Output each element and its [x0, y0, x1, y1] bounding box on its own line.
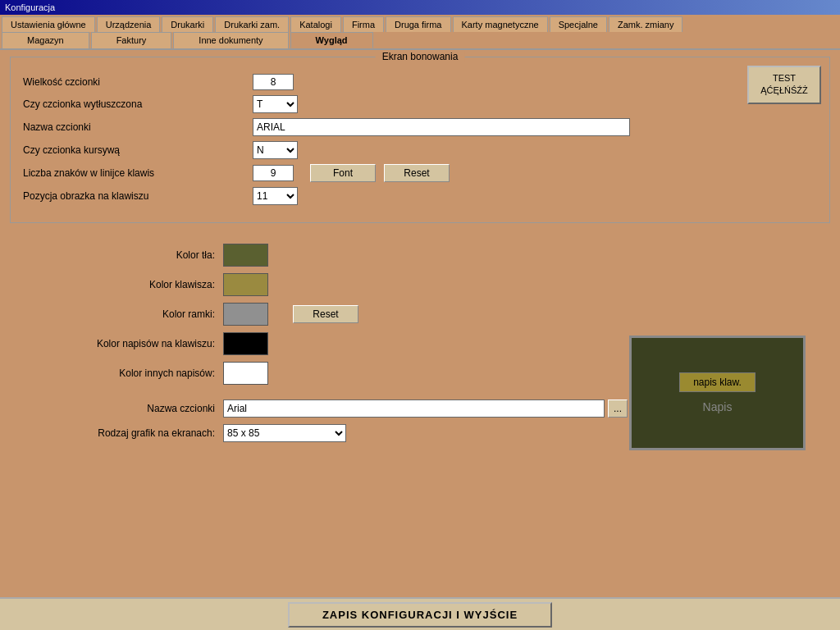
ekran-bonowania-section: Ekran bonowania TEST ĄĆĘŁŃŚŹŻ Wielkość c…	[10, 57, 830, 223]
tab-druga-firma[interactable]: Druga firma	[386, 16, 450, 32]
nazwa-czcionki-row: Nazwa czcionki	[23, 118, 817, 136]
tab-karty[interactable]: Karty magnetyczne	[453, 16, 548, 32]
tab-wyglad[interactable]: Wygląd	[290, 32, 373, 48]
wytluszczona-label: Czy czcionka wytłuszczona	[23, 98, 253, 110]
section-title: Ekran bonowania	[376, 51, 465, 62]
kolor-klawisza-label: Kolor klawisza:	[10, 279, 223, 290]
kolor-innych-swatch[interactable]	[223, 362, 268, 385]
kolor-klawisza-swatch[interactable]	[223, 273, 268, 296]
tab-inne[interactable]: Inne dokumenty	[173, 32, 288, 48]
tabs-row2: Magazyn Faktury Inne dokumenty Wygląd	[0, 32, 840, 50]
kursywa-select[interactable]: N T	[253, 141, 298, 159]
reset-button[interactable]: Reset	[384, 164, 450, 182]
tab-magazyn[interactable]: Magazyn	[2, 32, 89, 48]
kolor-napisow-swatch[interactable]	[223, 332, 268, 355]
tab-firma[interactable]: Firma	[343, 16, 384, 32]
save-exit-button[interactable]: ZAPIS KONFIGURACJI I WYJŚCIE	[288, 602, 552, 628]
pozycja-label: Pozycja obrazka na klawiszu	[23, 190, 253, 202]
reset-colors-button[interactable]: Reset	[293, 305, 358, 323]
kolor-napisow-label: Kolor napisów na klawiszu:	[10, 338, 223, 349]
wielkosc-czcionki-row: Wielkość czcionki	[23, 74, 817, 90]
kolor-tla-row: Kolor tła:	[10, 244, 830, 267]
kolor-innych-label: Kolor innych napisów:	[10, 368, 223, 379]
tab-urzadzenia[interactable]: Urządzenia	[97, 16, 161, 32]
preview-area: napis klaw. Napis	[629, 336, 806, 450]
kolor-ramki-label: Kolor ramki:	[10, 308, 223, 320]
preview-text: Napis	[703, 400, 733, 413]
tab-zamk[interactable]: Zamk. zmiany	[609, 16, 682, 32]
kursywa-row: Czy czcionka kursywą N T	[23, 141, 817, 159]
main-content: Ekran bonowania TEST ĄĆĘŁŃŚŹŻ Wielkość c…	[0, 50, 840, 585]
tab-katalogi[interactable]: Katalogi	[290, 16, 341, 32]
pozycja-row: Pozycja obrazka na klawiszu 11 1 2	[23, 187, 817, 205]
test-button[interactable]: TEST ĄĆĘŁŃŚŹŻ	[747, 66, 821, 104]
nazwa-czcionki-bottom-input[interactable]	[223, 399, 605, 418]
nazwa-czcionki-label: Nazwa czcionki	[23, 121, 253, 133]
liczba-znakow-label: Liczba znaków w linijce klawis	[23, 167, 253, 179]
preview-button[interactable]: napis klaw.	[679, 372, 756, 392]
color-section: napis klaw. Napis Kolor tła: Kolor klawi…	[10, 235, 830, 399]
bottom-bar: ZAPIS KONFIGURACJI I WYJŚCIE	[0, 597, 840, 630]
liczba-znakow-row: Liczba znaków w linijce klawis Font Rese…	[23, 164, 817, 182]
wielkosc-input[interactable]	[253, 74, 294, 90]
pozycja-select[interactable]: 11 1 2	[253, 187, 298, 205]
kolor-ramki-row: Kolor ramki: Reset	[10, 303, 830, 326]
wielkosc-label: Wielkość czcionki	[23, 76, 253, 88]
kolor-tla-label: Kolor tła:	[10, 249, 223, 261]
nazwa-czcionki-bottom-label: Nazwa czcionki	[10, 403, 223, 414]
kursywa-label: Czy czcionka kursywą	[23, 144, 253, 156]
nazwa-czcionki-input[interactable]	[253, 118, 630, 136]
tab-ustawienia[interactable]: Ustawienia główne	[2, 16, 95, 32]
tab-drukarki-zam[interactable]: Drukarki zam.	[215, 16, 289, 32]
wytluszczona-row: Czy czcionka wytłuszczona T N	[23, 95, 817, 113]
kolor-ramki-swatch[interactable]	[223, 303, 268, 326]
rodzaj-grafik-label: Rodzaj grafik na ekranach:	[10, 427, 223, 439]
wytluszczona-select[interactable]: T N	[253, 95, 298, 113]
tab-faktury[interactable]: Faktury	[91, 32, 172, 48]
tabs-row1: Ustawienia główne Urządzenia Drukarki Dr…	[0, 15, 840, 32]
kolor-tla-swatch[interactable]	[223, 244, 268, 267]
title-text: Konfiguracja	[5, 2, 55, 12]
title-bar: Konfiguracja	[0, 0, 840, 15]
font-button[interactable]: Font	[310, 164, 376, 182]
tab-specjalne[interactable]: Specjalne	[550, 16, 607, 32]
tab-drukarki[interactable]: Drukarki	[162, 16, 213, 32]
dots-button[interactable]: ...	[608, 399, 628, 418]
liczba-znakow-input[interactable]	[253, 165, 294, 181]
rodzaj-grafik-select[interactable]: 85 x 85 100 x 100 128 x 128	[223, 424, 346, 442]
kolor-klawisza-row: Kolor klawisza:	[10, 273, 830, 296]
